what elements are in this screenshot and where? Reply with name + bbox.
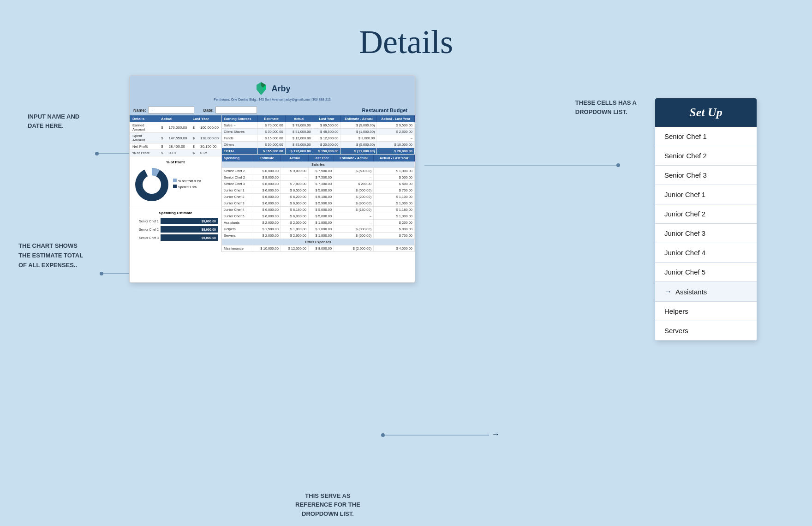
donut-chart-area: % of Profit % of Profit 8. bbox=[130, 156, 221, 207]
bar-row: Senior Chef 1 $9,000.00 bbox=[133, 218, 218, 224]
company-name: Arby bbox=[271, 84, 290, 94]
setup-item-helpers[interactable]: Helpers bbox=[655, 302, 757, 321]
setup-item-label: Junior Chef 1 bbox=[664, 191, 705, 198]
total-row: TOTAL $ 165,000.00 $ 176,000.00 $ 150,00… bbox=[222, 148, 415, 155]
bar-chart-title: Spending Estimate bbox=[133, 211, 218, 215]
annotation-chart: THE CHART SHOWS THE ESTIMATE TOTAL OF AL… bbox=[18, 241, 83, 270]
svg-point-4 bbox=[616, 163, 620, 167]
table-row: Others $ 30,000.00$ 35,000.00$ 20,000.00… bbox=[222, 142, 415, 148]
budget-title: Restaurant Budget bbox=[362, 108, 411, 113]
table-row: Sales ← $ 70,000.00$ 79,000.00$ 69,500.0… bbox=[222, 122, 415, 129]
setup-item-label: Senior Chef 1 bbox=[664, 132, 707, 140]
setup-item-label: Junior Chef 5 bbox=[664, 268, 705, 276]
setup-item-servers[interactable]: Servers bbox=[655, 321, 757, 341]
name-label: Name: bbox=[133, 108, 146, 113]
setup-item-label: Junior Chef 3 bbox=[664, 229, 705, 237]
chart-title: % of Profit bbox=[133, 160, 218, 164]
date-input[interactable] bbox=[215, 107, 257, 114]
table-row: Junior Chef 3$ 6,000.00$ 6,900.00$ 5,900… bbox=[222, 200, 415, 207]
bar-row: Senior Chef 2 $9,000.00 bbox=[133, 226, 218, 233]
arrow-icon: → bbox=[664, 287, 672, 296]
setup-item-label: Senior Chef 3 bbox=[664, 171, 707, 179]
setup-item-junior-chef-1[interactable]: Junior Chef 1 bbox=[655, 185, 757, 204]
setup-item-label: Junior Chef 2 bbox=[664, 210, 705, 218]
setup-item-senior-chef-1[interactable]: Senior Chef 1 bbox=[655, 127, 757, 146]
details-col-header: Details bbox=[130, 115, 158, 122]
table-row: Senior Chef 2$ 8,000.00$ 9,000.00$ 7,500… bbox=[222, 168, 415, 174]
setup-item-label: Servers bbox=[664, 327, 688, 335]
spreadsheet: Arby Penthouse, One Central Bldg., 343 B… bbox=[129, 75, 424, 283]
table-row: Client Shares $ 30,000.00$ 51,000.00$ 48… bbox=[222, 129, 415, 135]
section-header: Salaries bbox=[222, 161, 415, 168]
svg-point-0 bbox=[95, 152, 99, 155]
table-row: Junior Chef 1$ 6,000.00$ 6,500.00$ 5,800… bbox=[222, 187, 415, 194]
setup-item-junior-chef-4[interactable]: Junior Chef 4 bbox=[655, 243, 757, 263]
page-title: Details bbox=[0, 0, 812, 61]
setup-item-senior-chef-2[interactable]: Senior Chef 2 bbox=[655, 146, 757, 166]
setup-item-junior-chef-3[interactable]: Junior Chef 3 bbox=[655, 224, 757, 243]
svg-point-2 bbox=[100, 272, 103, 275]
table-row: Junior Chef 2$ 6,000.00$ 6,200.00$ 5,100… bbox=[222, 194, 415, 200]
table-row: Helpers$ 1,500.00$ 1,800.00$ 1,000.00 $ … bbox=[222, 226, 415, 233]
annotation-reference: THIS SERVE AS REFERENCE FOR THE DROPDOWN… bbox=[295, 491, 360, 519]
table-row: Junior Chef 5$ 6,000.00$ 6,000.00$ 5,000… bbox=[222, 213, 415, 220]
bar-row: Senior Chef 3 $9,000.00 bbox=[133, 234, 218, 241]
donut-chart bbox=[133, 166, 170, 203]
setup-item-label: Senior Chef 2 bbox=[664, 152, 707, 160]
lastyear-col-header: Last Year bbox=[190, 115, 222, 122]
setup-item-label: Junior Chef 4 bbox=[664, 249, 705, 257]
company-address: Penthouse, One Central Bldg., 343 Boni A… bbox=[134, 98, 410, 101]
details-table: Details Actual Last Year Earned Amount$1… bbox=[130, 115, 221, 156]
spreadsheet-header: Arby Penthouse, One Central Bldg., 343 B… bbox=[130, 76, 415, 105]
section-header: Other Expenses bbox=[222, 239, 415, 245]
annotation-dropdown: THESE CELLS HAS A DROPDOWN LIST. bbox=[575, 98, 637, 116]
setup-item-label: Helpers bbox=[664, 307, 688, 315]
setup-item-label: Assistants bbox=[675, 288, 707, 296]
arby-logo-icon bbox=[254, 81, 269, 96]
date-label: Date: bbox=[203, 108, 214, 113]
actual-col-header: Actual bbox=[158, 115, 190, 122]
table-row: Senior Chef 2$ 8,000.00–$ 7,500.00 –$ 50… bbox=[222, 174, 415, 181]
setup-title: Set Up bbox=[655, 98, 757, 127]
table-row: Servers$ 2,000.00$ 2,600.00$ 1,800.00 $ … bbox=[222, 233, 415, 239]
earning-sources-table: Earning Sources Estimate Actual Last Yea… bbox=[222, 115, 415, 155]
setup-item-junior-chef-5[interactable]: Junior Chef 5 bbox=[655, 263, 757, 282]
spending-table: Spending Estimate Actual Last Year Estim… bbox=[222, 155, 415, 252]
bar-chart-area: Spending Estimate Senior Chef 1 $9,000.0… bbox=[130, 207, 221, 246]
chart-legend: % of Profit 8.1% Spent 91.9% bbox=[173, 179, 201, 190]
setup-panel: Set Up Senior Chef 1 Senior Chef 2 Senio… bbox=[655, 98, 766, 341]
table-row: % of Profit$0.19$0.25 bbox=[130, 150, 221, 156]
setup-item-assistants[interactable]: → Assistants bbox=[655, 282, 757, 302]
table-row: Earned Amount$176,000.00$100,000.00 bbox=[130, 122, 221, 133]
setup-item-senior-chef-3[interactable]: Senior Chef 3 bbox=[655, 166, 757, 185]
table-row: Junior Chef 4$ 6,000.00$ 6,180.00$ 5,000… bbox=[222, 207, 415, 213]
table-row: Net Profit$28,450.00$30,150.00 bbox=[130, 143, 221, 150]
svg-point-6 bbox=[381, 433, 385, 437]
name-input[interactable]: → bbox=[148, 107, 194, 114]
table-row: Maintenance$ 10,000.00$ 12,000.00$ 8,000… bbox=[222, 245, 415, 252]
table-row: Spent Amount$147,550.00$118,000.00 bbox=[130, 133, 221, 143]
table-row: Assistants$ 2,000.00$ 2,000.00$ 1,800.00… bbox=[222, 220, 415, 226]
svg-point-11 bbox=[143, 176, 160, 193]
svg-text:→: → bbox=[491, 430, 500, 439]
annotation-input-name-date: INPUT NAME AND DATE HERE. bbox=[28, 112, 79, 130]
setup-item-junior-chef-2[interactable]: Junior Chef 2 bbox=[655, 204, 757, 224]
table-row: Senior Chef 3$ 8,000.00$ 7,800.00$ 7,300… bbox=[222, 181, 415, 187]
table-row: Funds $ 15,000.00$ 12,000.00$ 12,000.00 … bbox=[222, 135, 415, 142]
